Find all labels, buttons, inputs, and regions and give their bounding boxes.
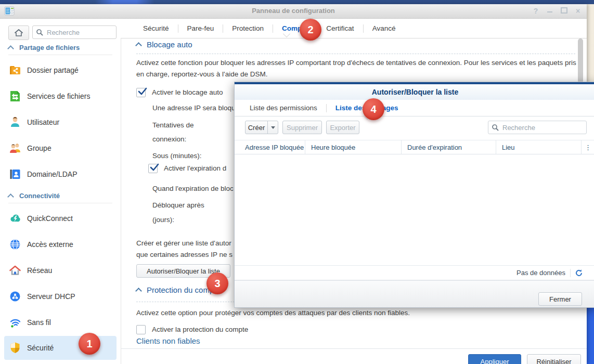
tab-securite[interactable]: Sécurité bbox=[134, 21, 178, 36]
export-button[interactable]: Exporter bbox=[326, 121, 359, 134]
tab-pare-feu[interactable]: Pare-feu bbox=[178, 21, 223, 36]
status-divider bbox=[570, 269, 571, 277]
table-empty-body bbox=[235, 154, 594, 265]
help-icon[interactable]: ? bbox=[532, 7, 539, 15]
step-badge-3: 3 bbox=[206, 272, 228, 294]
tab-certificat[interactable]: Certificat bbox=[317, 21, 363, 36]
tab-liste-permissions[interactable]: Liste des permissions bbox=[241, 100, 326, 116]
enable-expiration-checkbox[interactable] bbox=[148, 164, 158, 173]
section-blocage-auto: Blocage auto bbox=[136, 40, 192, 49]
attempts-label: Tentatives de bbox=[152, 121, 194, 129]
enable-auto-block-checkbox[interactable] bbox=[136, 88, 146, 97]
maximize-icon[interactable] bbox=[560, 7, 567, 15]
dialog-search[interactable] bbox=[488, 121, 587, 134]
unblock-days-label: (jours): bbox=[152, 216, 174, 224]
sidebar-item-reseau[interactable]: Réseau bbox=[4, 258, 117, 282]
window-titlebar: Panneau de configuration ? × bbox=[0, 4, 587, 19]
sidebar-section-partage[interactable]: Partage de fichiers bbox=[8, 44, 80, 51]
minimize-icon[interactable] bbox=[546, 7, 553, 15]
table-header-row: Adresse IP bloquée Heure bloquée Durée d… bbox=[235, 140, 594, 154]
step-badge-2: 2 bbox=[300, 19, 321, 41]
shared-folder-icon bbox=[8, 63, 22, 77]
sidebar-item-groupe[interactable]: Groupe bbox=[4, 136, 117, 160]
search-icon bbox=[36, 29, 43, 36]
network-icon bbox=[8, 264, 22, 277]
tab-avance[interactable]: Avancé bbox=[364, 21, 405, 36]
sidebar-item-quickconnect[interactable]: QuickConnect bbox=[4, 206, 117, 230]
collapse-chevron-icon bbox=[7, 45, 14, 52]
column-menu-icon[interactable]: ⋮ bbox=[581, 140, 594, 154]
tab-protection[interactable]: Protection bbox=[223, 21, 273, 36]
enable-account-protection-label: Activer la protection du compte bbox=[152, 326, 248, 333]
refresh-icon[interactable] bbox=[575, 269, 583, 277]
rule-intro-label: Une adresse IP sera bloqu bbox=[152, 104, 236, 112]
dialog-footer: Fermer bbox=[235, 280, 594, 307]
expiration-when-label: Quand l'expiration de bloc bbox=[152, 185, 234, 192]
account-protection-description: Activez cette option pour protéger vos c… bbox=[136, 309, 410, 317]
sidebar-divider bbox=[8, 203, 112, 203]
sidebar-section-connectivite[interactable]: Connectivité bbox=[8, 192, 60, 200]
column-header-lieu[interactable]: Lieu bbox=[496, 140, 581, 154]
sidebar-item-serveur-dhcp[interactable]: Serveur DHCP bbox=[4, 284, 117, 308]
tab-bar: Sécurité Pare-feu Protection Compte Cert… bbox=[121, 19, 587, 38]
dhcp-server-icon bbox=[8, 290, 22, 303]
content-scrollbar-thumb[interactable] bbox=[578, 38, 583, 83]
file-services-icon bbox=[8, 89, 22, 103]
sidebar-divider bbox=[8, 55, 112, 55]
sidebar-search-input[interactable] bbox=[46, 28, 113, 37]
footer-divider bbox=[121, 348, 587, 349]
collapse-chevron-icon[interactable] bbox=[135, 288, 142, 294]
close-icon[interactable]: × bbox=[574, 7, 582, 15]
create-dropdown-button[interactable] bbox=[267, 121, 278, 134]
dialog-search-input[interactable] bbox=[501, 123, 583, 132]
enable-expiration-label: Activer l'expiration d bbox=[164, 164, 226, 172]
user-icon bbox=[8, 115, 22, 129]
external-access-icon bbox=[8, 238, 22, 251]
home-button[interactable] bbox=[8, 25, 29, 40]
list-description-line1: Créer et gérer une liste d'autor bbox=[136, 239, 231, 247]
group-icon bbox=[8, 141, 22, 155]
reset-button[interactable]: Réinitialiser bbox=[527, 354, 581, 364]
window-title: Panneau de configuration bbox=[0, 7, 587, 15]
no-data-status: Pas de données bbox=[516, 269, 565, 277]
step-badge-1: 1 bbox=[79, 333, 100, 355]
collapse-chevron-icon[interactable] bbox=[135, 42, 142, 49]
section-divider bbox=[136, 54, 575, 54]
close-dialog-button[interactable]: Fermer bbox=[538, 292, 582, 306]
list-description-line2: que certaines adresses IP ne s bbox=[136, 251, 233, 258]
sidebar-item-dossier-partage[interactable]: Dossier partagé bbox=[4, 58, 117, 82]
home-icon bbox=[14, 29, 23, 37]
desktop: Panneau de configuration ? × Partage de … bbox=[0, 0, 594, 364]
security-shield-icon bbox=[8, 341, 22, 355]
dialog-toolbar: Créer Supprimer Exporter bbox=[235, 116, 594, 140]
sidebar-item-sans-fil[interactable]: Sans fil bbox=[4, 310, 117, 334]
sidebar-search[interactable] bbox=[32, 25, 117, 39]
step-badge-4: 4 bbox=[363, 98, 384, 120]
window-controls: ? × bbox=[532, 7, 582, 15]
column-header-adresse-ip[interactable]: Adresse IP bloquée bbox=[235, 140, 305, 154]
desktop-taskbar-strip bbox=[0, 0, 594, 4]
checkmark-icon bbox=[149, 163, 160, 173]
clients-non-fiables-heading: Clients non fiables bbox=[136, 336, 200, 345]
collapse-chevron-icon bbox=[7, 193, 14, 200]
quickconnect-icon bbox=[8, 212, 22, 225]
sidebar-item-utilisateur[interactable]: Utilisateur bbox=[4, 110, 117, 134]
column-header-heure-bloquee[interactable]: Heure bloquée bbox=[305, 140, 401, 154]
apply-button[interactable]: Appliquer bbox=[468, 354, 521, 364]
checkmark-icon bbox=[137, 87, 148, 97]
blocage-auto-description: Activez cette fonction pour bloquer les … bbox=[136, 57, 576, 80]
enable-auto-block-label: Activer le blocage auto bbox=[152, 88, 223, 96]
column-header-duree-expiration[interactable]: Durée d'expiration bbox=[401, 140, 496, 154]
create-button[interactable]: Créer bbox=[245, 121, 268, 134]
chevron-down-icon bbox=[271, 126, 275, 129]
search-icon bbox=[492, 124, 499, 131]
sidebar-item-domaine-ldap[interactable]: Domaine/LDAP bbox=[4, 162, 117, 186]
dialog-tab-bar: Liste des permissions Liste des blocages bbox=[235, 100, 594, 116]
delete-button[interactable]: Supprimer bbox=[282, 121, 322, 134]
domain-ldap-icon bbox=[8, 167, 22, 181]
enable-account-protection-checkbox[interactable] bbox=[136, 325, 146, 334]
dialog-title: Autoriser/Bloquer la liste bbox=[235, 84, 594, 100]
sidebar-item-services-fichiers[interactable]: Services de fichiers bbox=[4, 84, 117, 108]
attempts-label-2: connexion: bbox=[152, 135, 186, 143]
sidebar-item-acces-externe[interactable]: Accès externe bbox=[4, 232, 117, 256]
